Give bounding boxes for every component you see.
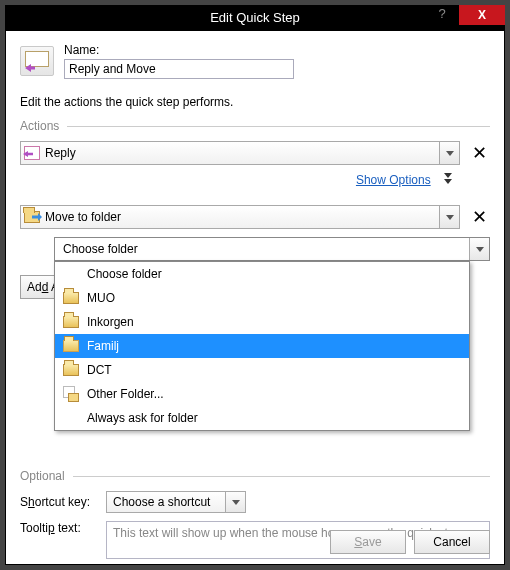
folder-popup: Choose folderMUOInkorgenFamiljDCTOther F… — [54, 261, 470, 431]
folder-popup-item[interactable]: Always ask for folder — [55, 406, 469, 430]
close-button[interactable]: X — [459, 5, 505, 25]
move-to-folder-icon — [24, 211, 40, 223]
shortcut-combo[interactable]: Choose a shortcut — [106, 491, 246, 513]
dialog-footer: Save Cancel — [330, 530, 490, 554]
choose-folder-value: Choose folder — [55, 242, 469, 256]
action-reply-dropdown[interactable]: Reply — [20, 141, 460, 165]
quickstep-mail-icon — [20, 46, 54, 76]
dropdown-button[interactable] — [439, 142, 459, 164]
tooltip-text-label: Tooltip text: — [20, 521, 100, 535]
dialog-window: Edit Quick Step ? X Name: Edit the actio… — [5, 5, 505, 565]
action-row-reply: Reply ✕ — [20, 141, 490, 165]
action-move-dropdown[interactable]: Move to folder — [20, 205, 460, 229]
dropdown-button[interactable] — [225, 492, 245, 512]
show-options-link[interactable]: Show Options — [356, 173, 431, 187]
actions-label: Actions — [20, 119, 59, 133]
titlebar: Edit Quick Step ? X — [5, 5, 505, 31]
folder-popup-item[interactable]: Other Folder... — [55, 382, 469, 406]
save-button[interactable]: Save — [330, 530, 406, 554]
folder-popup-item[interactable]: Familj — [55, 334, 469, 358]
cancel-button[interactable]: Cancel — [414, 530, 490, 554]
dialog-content: Name: Edit the actions the quick step pe… — [6, 31, 504, 564]
folder-icon — [63, 340, 79, 352]
optional-section-header: Optional — [20, 469, 490, 483]
folder-icon — [63, 364, 79, 376]
choose-folder-dropdown[interactable]: Choose folder — [54, 237, 490, 261]
other-folder-icon — [63, 386, 79, 402]
folder-popup-item[interactable]: MUO — [55, 286, 469, 310]
action-row-move: Move to folder ✕ — [20, 205, 490, 229]
folder-popup-label: Familj — [87, 339, 119, 353]
dropdown-button[interactable] — [439, 206, 459, 228]
name-input[interactable] — [64, 59, 294, 79]
show-options-row: Show Options — [20, 173, 490, 187]
folder-popup-label: DCT — [87, 363, 112, 377]
folder-icon — [63, 316, 79, 328]
spacer-icon — [63, 410, 79, 426]
shortcut-key-label: Shortcut key: — [20, 495, 100, 509]
folder-popup-item[interactable]: Inkorgen — [55, 310, 469, 334]
folder-popup-label: MUO — [87, 291, 115, 305]
folder-popup-label: Choose folder — [87, 267, 162, 281]
reply-icon — [24, 146, 40, 160]
spacer-icon — [63, 266, 79, 282]
dropdown-button[interactable] — [469, 238, 489, 260]
action-reply-label: Reply — [43, 146, 439, 160]
folder-popup-label: Other Folder... — [87, 387, 164, 401]
actions-section-header: Actions — [20, 119, 490, 133]
folder-popup-item[interactable]: DCT — [55, 358, 469, 382]
folder-popup-item[interactable]: Choose folder — [55, 262, 469, 286]
intro-text: Edit the actions the quick step performs… — [20, 95, 490, 109]
chevron-down-icon — [446, 215, 454, 220]
choose-folder-row: Choose folder Choose folderMUOInkorgenFa… — [54, 237, 490, 261]
action-move-label: Move to folder — [43, 210, 439, 224]
help-button[interactable]: ? — [427, 5, 457, 25]
chevron-down-icon — [476, 247, 484, 252]
delete-action-button[interactable]: ✕ — [468, 208, 490, 226]
shortcut-value: Choose a shortcut — [113, 495, 225, 509]
folder-popup-label: Always ask for folder — [87, 411, 198, 425]
name-row: Name: — [20, 43, 490, 79]
name-label: Name: — [64, 43, 490, 57]
folder-popup-label: Inkorgen — [87, 315, 134, 329]
optional-label: Optional — [20, 469, 65, 483]
chevron-down-icon — [446, 151, 454, 156]
folder-icon — [63, 292, 79, 304]
expand-icon[interactable] — [444, 173, 452, 184]
delete-action-button[interactable]: ✕ — [468, 144, 490, 162]
shortcut-row: Shortcut key: Choose a shortcut — [20, 491, 490, 513]
chevron-down-icon — [232, 500, 240, 505]
